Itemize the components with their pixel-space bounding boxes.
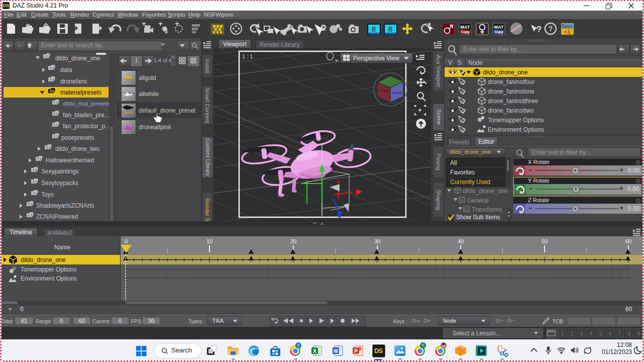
svg-text:?: ? [549, 25, 553, 33]
svg-text:8: 8 [372, 25, 376, 33]
svg-text:G: G [464, 207, 468, 212]
svg-text:X: X [313, 348, 317, 354]
svg-text:10: 10 [206, 238, 212, 244]
svg-text:G: G [460, 198, 463, 203]
svg-text:P: P [354, 348, 358, 354]
svg-text:30: 30 [374, 238, 380, 244]
svg-text:?: ? [536, 25, 542, 34]
svg-text:40: 40 [458, 238, 464, 244]
svg-text:Copy: Copy [494, 30, 503, 34]
svg-text:8: 8 [388, 25, 392, 33]
svg-text:MAT: MAT [494, 25, 504, 30]
svg-text:50: 50 [542, 238, 548, 244]
svg-text:0: 0 [125, 238, 128, 244]
svg-text:60: 60 [625, 238, 631, 244]
svg-text:+1: +1 [564, 29, 571, 35]
svg-text:W: W [334, 348, 339, 354]
svg-text:MAT: MAT [461, 25, 470, 30]
svg-text:Front: Front [392, 90, 402, 96]
svg-text:20: 20 [290, 238, 296, 244]
svg-text:Copy: Copy [461, 30, 470, 34]
